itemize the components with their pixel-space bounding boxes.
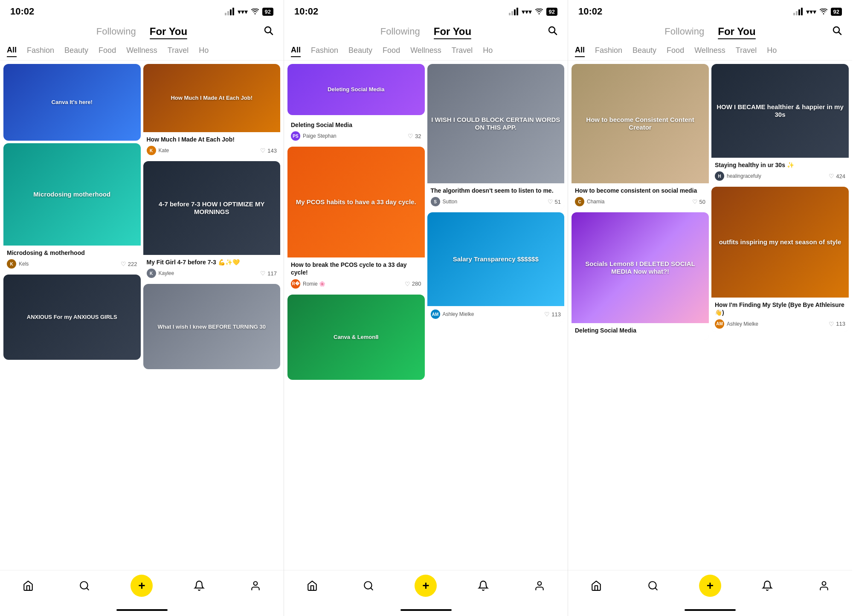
content-card[interactable]: Salary Transparency $$$$$$ AM Ashley Mie… xyxy=(427,212,565,322)
category-tab-beauty[interactable]: Beauty xyxy=(632,46,656,57)
status-time: 10:02 xyxy=(10,6,34,17)
card-meta: AM Ashley Mielke ♡ 113 xyxy=(715,319,845,329)
card-image: Microdosing motherhood xyxy=(3,143,141,246)
person-nav-button[interactable] xyxy=(814,576,834,596)
category-tab-food[interactable]: Food xyxy=(99,46,116,57)
content-card[interactable]: Canva It's here! xyxy=(3,64,141,141)
card-meta: K Kels ♡ 222 xyxy=(7,259,137,269)
add-button[interactable]: + xyxy=(415,575,437,597)
category-tab-fashion[interactable]: Fashion xyxy=(27,46,54,57)
phone-panel-2: 10:02 ▾▾▾ 92 Following For You xyxy=(284,0,568,616)
author-avatar: K xyxy=(147,146,156,155)
bell-nav-button[interactable] xyxy=(473,576,493,596)
image-overlay: My PCOS habits to have a 33 day cycle. xyxy=(287,147,425,257)
card-image: I WISH I COULD BLOCK CERTAIN WORDS ON TH… xyxy=(427,64,565,183)
category-tab-fashion[interactable]: Fashion xyxy=(311,46,338,57)
category-tab-travel[interactable]: Travel xyxy=(168,46,189,57)
following-tab[interactable]: Following xyxy=(664,26,704,37)
bell-nav-button[interactable] xyxy=(757,576,778,596)
for-you-tab[interactable]: For You xyxy=(434,26,471,38)
home-indicator xyxy=(0,604,284,616)
content-card[interactable]: Deleting Social Media xyxy=(287,64,425,115)
bottom-navigation: + xyxy=(0,570,284,604)
card-title: Staying healthy in ur 30s ✨ xyxy=(715,161,845,169)
search-nav-button[interactable] xyxy=(358,576,379,596)
content-card[interactable]: outfits inspiring my next season of styl… xyxy=(711,187,849,332)
content-card[interactable]: I WISH I COULD BLOCK CERTAIN WORDS ON TH… xyxy=(427,64,565,210)
bottom-navigation: + xyxy=(284,570,568,604)
content-card[interactable]: ANXIOUS For my ANXIOUS GIRLS xyxy=(3,275,141,360)
card-likes: ♡ 113 xyxy=(829,321,845,327)
category-tab-all[interactable]: All xyxy=(291,46,301,57)
image-overlay: I WISH I COULD BLOCK CERTAIN WORDS ON TH… xyxy=(427,64,565,183)
search-button[interactable] xyxy=(263,25,273,38)
content-card[interactable]: What I wish I knew BEFORE TURNING 30 xyxy=(143,284,281,369)
category-tab-ho[interactable]: Ho xyxy=(767,46,777,57)
content-card[interactable]: HOW I BECAME healthier & happier in my 3… xyxy=(711,64,849,184)
overlay-text: 4-7 before 7-3 HOW I OPTIMIZE MY MORNING… xyxy=(147,200,277,216)
card-image: How Much I Made At Each Job! xyxy=(143,64,281,132)
for-you-tab[interactable]: For You xyxy=(718,26,755,38)
bell-nav-button[interactable] xyxy=(189,576,209,596)
home-nav-button[interactable] xyxy=(302,576,322,596)
content-card[interactable]: Deleting Social Media PS Paige Stephan ♡… xyxy=(287,118,425,144)
content-card[interactable]: Canva & Lemon8 xyxy=(287,295,425,380)
search-button[interactable] xyxy=(832,25,842,38)
category-tab-wellness[interactable]: Wellness xyxy=(694,46,725,57)
content-card[interactable]: How Much I Made At Each Job! How Much I … xyxy=(143,64,281,159)
heart-icon: ♡ xyxy=(121,260,126,267)
home-nav-button[interactable] xyxy=(18,576,38,596)
home-nav-button[interactable] xyxy=(586,576,606,596)
category-tab-all[interactable]: All xyxy=(575,46,585,57)
search-nav-button[interactable] xyxy=(74,576,95,596)
wifi-icon-svg xyxy=(535,9,543,14)
person-nav-button[interactable] xyxy=(245,576,266,596)
content-card[interactable]: 4-7 before 7-3 HOW I OPTIMIZE MY MORNING… xyxy=(143,161,281,281)
status-bar: 10:02 ▾▾▾ 92 xyxy=(568,0,852,20)
content-card[interactable]: My PCOS habits to have a 33 day cycle. H… xyxy=(287,147,425,292)
heart-icon: ♡ xyxy=(829,321,834,327)
category-tab-food[interactable]: Food xyxy=(667,46,684,57)
category-tab-beauty[interactable]: Beauty xyxy=(348,46,372,57)
status-icons: ▾▾▾ 92 xyxy=(509,8,557,16)
search-nav-button[interactable] xyxy=(643,576,663,596)
image-overlay: How to become Consistent Content Creator xyxy=(572,64,709,183)
card-body: How Much I Made At Each Job! K Kate ♡ 14… xyxy=(143,132,281,159)
person-nav-button[interactable] xyxy=(529,576,550,596)
content-card[interactable]: Socials Lemon8 I DELETED SOCIAL MEDIA No… xyxy=(572,212,709,340)
following-tab[interactable]: Following xyxy=(96,26,136,37)
card-title: Microdosing & motherhood xyxy=(7,249,137,257)
add-button[interactable]: + xyxy=(131,575,153,597)
heart-icon: ♡ xyxy=(408,133,413,139)
add-button[interactable]: + xyxy=(699,575,721,597)
category-tab-travel[interactable]: Travel xyxy=(736,46,757,57)
content-card[interactable]: How to become Consistent Content Creator… xyxy=(572,64,709,210)
category-tab-food[interactable]: Food xyxy=(383,46,400,57)
image-overlay: Canva It's here! xyxy=(3,64,141,141)
category-tab-fashion[interactable]: Fashion xyxy=(595,46,622,57)
masonry-grid: Canva It's here! Microdosing motherhood … xyxy=(3,64,280,570)
card-author: K Kels xyxy=(7,259,29,269)
for-you-tab[interactable]: For You xyxy=(150,26,187,38)
content-card[interactable]: Microdosing motherhood Microdosing & mot… xyxy=(3,143,141,272)
card-image: Canva It's here! xyxy=(3,64,141,141)
svg-line-1 xyxy=(270,32,273,35)
category-tab-travel[interactable]: Travel xyxy=(452,46,473,57)
category-tab-ho[interactable]: Ho xyxy=(199,46,209,57)
category-tab-all[interactable]: All xyxy=(7,46,17,57)
following-tab[interactable]: Following xyxy=(380,26,420,37)
category-tab-beauty[interactable]: Beauty xyxy=(64,46,88,57)
category-tab-wellness[interactable]: Wellness xyxy=(410,46,441,57)
likes-count: 32 xyxy=(415,133,421,139)
search-button[interactable] xyxy=(547,25,557,38)
card-author: AM Ashley Mielke xyxy=(431,309,474,319)
wifi-icon-svg xyxy=(820,9,827,14)
svg-point-9 xyxy=(538,581,542,585)
content-area: Deleting Social Media Deleting Social Me… xyxy=(284,61,568,570)
category-tab-wellness[interactable]: Wellness xyxy=(126,46,157,57)
likes-count: 113 xyxy=(551,311,561,318)
nav-header: Following For You xyxy=(0,20,284,43)
heart-icon: ♡ xyxy=(260,147,266,154)
category-tab-ho[interactable]: Ho xyxy=(483,46,493,57)
card-body: How to become consistent on social media… xyxy=(572,183,709,210)
